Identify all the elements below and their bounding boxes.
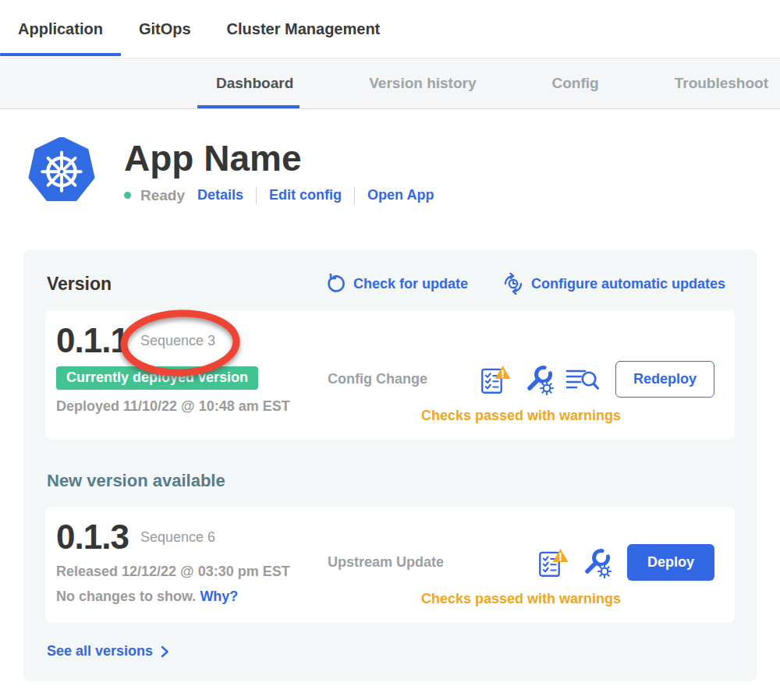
wrench-gear-icon[interactable]	[580, 547, 612, 578]
tab-troubleshoot[interactable]: Troubleshoot	[656, 58, 780, 108]
current-icon-group	[480, 364, 600, 395]
deploy-button[interactable]: Deploy	[627, 544, 714, 581]
new-version-card: 0.1.3 Sequence 6 Released 12/12/22 @ 03:…	[45, 507, 735, 623]
check-for-update-link[interactable]: Check for update	[326, 274, 468, 294]
current-sequence-label: Sequence 3	[140, 333, 215, 348]
open-app-link[interactable]: Open App	[367, 187, 434, 203]
tab-dashboard[interactable]: Dashboard	[197, 58, 312, 108]
kubernetes-logo	[27, 137, 96, 212]
current-version-actions: Config Change	[328, 323, 714, 424]
divider	[256, 187, 257, 204]
kubernetes-logo-icon	[27, 137, 96, 209]
tab-config-label: Config	[552, 75, 599, 92]
lines-magnifier-icon[interactable]	[566, 366, 600, 393]
new-checks-status: Checks passed with warnings	[328, 591, 714, 607]
version-section-header: Version Check for update	[45, 273, 735, 295]
tab-version-history-label: Version history	[369, 75, 476, 92]
top-nav: Application GitOps Cluster Management	[0, 0, 780, 58]
divider	[354, 187, 355, 204]
version-title: Version	[47, 274, 326, 295]
wrench-gear-icon[interactable]	[523, 364, 554, 395]
current-version-number: 0.1.1	[56, 323, 129, 359]
diff-row: No changes to show. Why?	[56, 589, 328, 605]
current-checks-status: Checks passed with warnings	[328, 408, 714, 424]
status-dot-icon	[124, 192, 131, 199]
tab-cluster-management[interactable]: Cluster Management	[209, 0, 399, 58]
tab-gitops[interactable]: GitOps	[121, 0, 209, 58]
new-version-heading: New version available	[47, 471, 735, 491]
new-version-number: 0.1.3	[56, 519, 129, 555]
new-version-actions: Upstream Update	[328, 519, 714, 607]
new-sequence-label: Sequence 6	[140, 529, 215, 545]
configure-automatic-updates-label: Configure automatic updates	[531, 276, 725, 292]
current-version-card: 0.1.1 Sequence 3 Currently deployed vers…	[45, 310, 735, 440]
new-version-row: 0.1.3 Sequence 6	[56, 519, 328, 555]
tab-application[interactable]: Application	[0, 0, 121, 58]
checklist-warning-icon[interactable]	[480, 365, 511, 394]
refresh-icon	[326, 274, 346, 294]
current-sequence-wrap: Sequence 3	[136, 331, 219, 351]
tab-config[interactable]: Config	[534, 58, 618, 108]
new-version-info: 0.1.3 Sequence 6 Released 12/12/22 @ 03:…	[56, 519, 328, 607]
app-sub-nav: Dashboard Version history Config Trouble…	[0, 58, 780, 109]
no-changes-text: No changes to show.	[56, 589, 196, 604]
new-action-row: Upstream Update	[328, 544, 714, 581]
current-version-info: 0.1.1 Sequence 3 Currently deployed vers…	[56, 323, 328, 424]
tab-application-label: Application	[18, 20, 103, 38]
new-icon-group	[537, 547, 612, 578]
app-header: App Name Ready Details Edit config Open …	[0, 109, 780, 212]
checklist-warning-icon[interactable]	[537, 548, 569, 578]
auto-update-clock-icon	[502, 273, 524, 295]
new-sequence-wrap: Sequence 6	[136, 528, 219, 547]
tab-cluster-management-label: Cluster Management	[227, 20, 381, 38]
version-section: Version Check for update	[23, 249, 757, 681]
app-status-row: Ready Details Edit config Open App	[124, 187, 434, 204]
currently-deployed-badge: Currently deployed version	[56, 366, 258, 390]
redeploy-button[interactable]: Redeploy	[615, 361, 714, 398]
tab-gitops-label: GitOps	[139, 20, 191, 38]
tab-dashboard-label: Dashboard	[216, 75, 293, 92]
tab-version-history[interactable]: Version history	[350, 58, 495, 108]
deployed-timestamp: Deployed 11/10/22 @ 10:48 am EST	[56, 398, 328, 415]
current-version-row: 0.1.1 Sequence 3	[56, 323, 328, 359]
current-action-row: Config Change	[328, 361, 714, 398]
check-for-update-label: Check for update	[353, 276, 468, 292]
status-text: Ready	[140, 187, 185, 204]
why-link[interactable]: Why?	[200, 589, 238, 604]
app-name-title: App Name	[124, 139, 434, 179]
new-source-label: Upstream Update	[328, 554, 444, 571]
see-all-versions-link[interactable]: See all versions	[47, 643, 735, 659]
released-timestamp: Released 12/12/22 @ 03:30 pm EST	[56, 564, 328, 580]
details-link[interactable]: Details	[197, 187, 243, 203]
edit-config-link[interactable]: Edit config	[269, 187, 342, 203]
app-header-text: App Name Ready Details Edit config Open …	[124, 137, 434, 204]
current-source-label: Config Change	[328, 371, 427, 387]
see-all-versions-label: See all versions	[47, 643, 153, 659]
chevron-right-icon	[161, 645, 169, 658]
version-actions: Check for update Configure automatic upd…	[326, 273, 725, 295]
tab-troubleshoot-label: Troubleshoot	[675, 75, 768, 92]
configure-automatic-updates-link[interactable]: Configure automatic updates	[502, 273, 725, 295]
